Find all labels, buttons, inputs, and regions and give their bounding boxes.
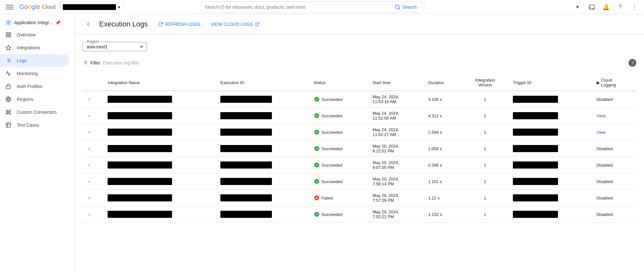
ai-button[interactable]: ✦ bbox=[572, 1, 583, 13]
expand-cell: › bbox=[82, 190, 102, 206]
filter-label[interactable]: Filter bbox=[90, 60, 100, 65]
expand-button[interactable]: › bbox=[88, 129, 91, 136]
start-time-cell: May 20, 2024, 8:07:05 PM bbox=[367, 157, 423, 173]
trigger-id-redacted bbox=[513, 211, 558, 218]
col-trigger-id[interactable]: Trigger ID bbox=[508, 74, 591, 91]
test-cases-icon bbox=[5, 122, 12, 128]
expand-button[interactable]: › bbox=[88, 96, 91, 103]
view-cloud-logs-button[interactable]: VIEW CLOUD LOGS bbox=[208, 20, 262, 29]
sidebar-item-monitoring[interactable]: Monitoring bbox=[0, 67, 69, 80]
integration-version-cell: 1 bbox=[462, 173, 508, 190]
status-text: Succeeded bbox=[322, 130, 342, 135]
status-cell: Succeeded bbox=[309, 124, 368, 141]
col-duration[interactable]: Duration bbox=[423, 74, 462, 91]
status-text: Succeeded bbox=[322, 113, 342, 118]
region-label: Region bbox=[85, 39, 100, 44]
col-execution-id[interactable]: Execution ID bbox=[215, 74, 309, 91]
col-start-time[interactable]: Start time bbox=[367, 74, 423, 91]
execution-id-cell bbox=[215, 157, 309, 173]
expand-button[interactable]: › bbox=[88, 178, 91, 185]
sidebar-item-overview[interactable]: Overview bbox=[0, 28, 69, 41]
table-row: › Succeeded May 24, 2024, 11:52:56 AM 4.… bbox=[82, 108, 636, 124]
cloud-logging-cell: Disabled bbox=[591, 91, 636, 108]
integration-icon bbox=[5, 19, 12, 26]
google-g-icon: Google bbox=[19, 3, 40, 11]
sidebar-item-auth-profiles[interactable]: Auth Profiles bbox=[0, 80, 69, 93]
trigger-id-cell bbox=[508, 190, 591, 206]
sidebar: Application Integr... 📌 Overview Integra… bbox=[0, 14, 75, 272]
google-cloud-logo[interactable]: Google Cloud bbox=[19, 3, 55, 11]
expand-button[interactable]: › bbox=[88, 145, 91, 152]
sidebar-app-title: Application Integr... bbox=[14, 20, 53, 25]
more-options-button[interactable]: ⋮ bbox=[629, 1, 640, 13]
menu-button[interactable] bbox=[4, 1, 15, 13]
content-area: Region asia-east1 ▾ Filter Execution log… bbox=[75, 34, 644, 272]
integration-name-cell bbox=[102, 141, 215, 157]
status-text: Succeeded bbox=[322, 146, 342, 151]
help-icon[interactable]: ? bbox=[629, 59, 636, 67]
region-value: asia-east1 bbox=[87, 44, 140, 49]
expand-button[interactable]: › bbox=[88, 161, 91, 169]
region-selector[interactable]: Region asia-east1 ▾ bbox=[82, 42, 147, 51]
integration-name-redacted bbox=[108, 112, 172, 119]
start-time-cell: May 20, 2024, 7:58:14 PM bbox=[367, 173, 423, 190]
logs-icon bbox=[5, 57, 12, 64]
sidebar-item-regions[interactable]: Regions bbox=[0, 93, 69, 106]
main-content: Execution Logs REFRESH LOGS VIEW CLOUD L… bbox=[75, 14, 644, 272]
external-link-icon bbox=[255, 22, 260, 26]
cloud-logging-disabled: Disabled bbox=[597, 179, 613, 184]
sidebar-header: Application Integr... 📌 bbox=[0, 14, 74, 28]
success-status-icon bbox=[314, 179, 320, 184]
col-integration-version[interactable]: IntegrationVersion bbox=[462, 74, 508, 91]
region-dropdown-icon: ▾ bbox=[140, 44, 143, 50]
svg-point-4 bbox=[8, 22, 9, 24]
status-text: Succeeded bbox=[322, 163, 342, 168]
status-cell: Failed bbox=[309, 190, 368, 206]
col-status[interactable]: Status bbox=[309, 74, 368, 91]
integration-name-cell bbox=[102, 206, 215, 223]
back-button[interactable] bbox=[82, 18, 94, 30]
overview-icon bbox=[5, 32, 12, 38]
project-selector[interactable]: ▾ bbox=[59, 2, 124, 12]
expand-button[interactable]: › bbox=[88, 112, 91, 119]
trigger-id-redacted bbox=[513, 178, 558, 185]
topbar-right-actions: ✦ 🔔 ? ⋮ bbox=[572, 1, 640, 13]
expand-button[interactable]: › bbox=[88, 211, 91, 218]
svg-rect-7 bbox=[6, 35, 8, 37]
help-button[interactable]: ? bbox=[614, 1, 626, 13]
project-dropdown-icon: ▾ bbox=[118, 5, 120, 10]
status-text: Succeeded bbox=[322, 179, 342, 184]
pin-icon[interactable]: 📌 bbox=[55, 20, 61, 25]
sidebar-item-logs[interactable]: Logs bbox=[0, 54, 69, 67]
cloud-shell-button[interactable] bbox=[586, 1, 598, 13]
cloud-logging-view-link[interactable]: View bbox=[597, 130, 606, 135]
trigger-id-redacted bbox=[513, 129, 558, 136]
integration-version-cell: 1 bbox=[462, 108, 508, 124]
header-actions: REFRESH LOGS VIEW CLOUD LOGS bbox=[155, 20, 262, 29]
trigger-id-redacted bbox=[513, 161, 558, 169]
search-button[interactable]: Search bbox=[392, 3, 419, 11]
sidebar-item-test-cases[interactable]: Test Cases bbox=[0, 119, 69, 131]
refresh-logs-button[interactable]: REFRESH LOGS bbox=[155, 20, 203, 29]
start-time-cell: May 20, 2024, 7:52:22 PM bbox=[367, 206, 423, 223]
start-time-cell: May 24, 2024, 11:53:16 AM bbox=[367, 91, 423, 108]
col-integration-name[interactable]: Integration Name bbox=[102, 74, 215, 91]
table-row: › Succeeded May 20, 2024, 7:52:22 PM 1.1… bbox=[82, 206, 636, 223]
cloud-header-arrow-icon: ▶ bbox=[597, 80, 600, 85]
integration-name-redacted bbox=[108, 96, 172, 103]
svg-rect-5 bbox=[6, 33, 8, 34]
sidebar-item-custom-connectors[interactable]: Custom Connectors bbox=[0, 106, 69, 119]
expand-button[interactable]: › bbox=[88, 194, 91, 201]
status-cell: Succeeded bbox=[309, 173, 368, 190]
sidebar-item-integrations[interactable]: Integrations bbox=[0, 41, 69, 54]
cloud-logging-view-link[interactable]: View bbox=[597, 113, 606, 118]
cloud-logging-cell: Disabled bbox=[591, 190, 636, 206]
execution-id-redacted bbox=[220, 178, 272, 185]
table-row: › Failed May 20, 2024, 7:57:26 PM 1.22 s… bbox=[82, 190, 636, 206]
search-icon bbox=[395, 4, 400, 10]
search-input[interactable] bbox=[205, 5, 390, 10]
notifications-button[interactable]: 🔔 bbox=[600, 1, 612, 13]
page-header: Execution Logs REFRESH LOGS VIEW CLOUD L… bbox=[75, 14, 644, 34]
integration-version-cell: 1 bbox=[462, 91, 508, 108]
terminal-icon bbox=[589, 4, 595, 10]
